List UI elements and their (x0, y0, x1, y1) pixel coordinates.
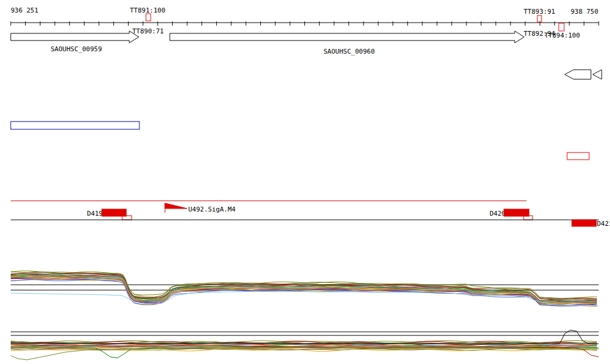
reverse-gene-arrow[interactable] (565, 70, 591, 79)
terminator-marker-tt893[interactable] (537, 15, 541, 22)
reverse-arrowhead-icon[interactable] (593, 70, 602, 79)
terminator-marker-tt894[interactable] (559, 23, 564, 31)
ruler-end-label: 938 750 (571, 8, 598, 15)
expression-panel-lower[interactable] (11, 330, 599, 360)
red-feature-box[interactable] (567, 153, 589, 160)
terminator-label-tt893: TT893:91 (524, 8, 555, 15)
d421-box[interactable] (572, 220, 596, 226)
gene-arrow-saouhsc-00960[interactable] (170, 31, 524, 43)
terminator-label-tt891: TT891:100 (130, 7, 166, 14)
expression-panel-upper[interactable] (11, 271, 599, 307)
gene-label-saouhsc-00959: SAOUHSC_00959 (51, 45, 102, 53)
ruler-start-label: 936 251 (11, 7, 38, 14)
d419-box[interactable] (102, 209, 126, 216)
transcript-track: U492.SigA.M4 D419 D420 D421 (11, 201, 610, 228)
genome-browser-canvas: 936 251 938 750 TT891:100 TT893:91 TT890… (0, 0, 610, 364)
reverse-feature-track (565, 70, 602, 79)
d419-label: D419 (87, 210, 103, 217)
gene-label-saouhsc-00960: SAOUHSC_00960 (323, 48, 375, 55)
terminator-marker-tt891[interactable] (146, 14, 151, 21)
d421-label: D421 (597, 220, 610, 228)
ruler: 936 251 938 750 (11, 7, 599, 26)
terminator-label-tt894: TT894:100 (544, 32, 580, 39)
gene-arrow-saouhsc-00959[interactable] (11, 31, 139, 43)
gene-track: SAOUHSC_00959 SAOUHSC_00960 (11, 31, 524, 55)
d420-box[interactable] (504, 209, 529, 216)
blue-feature-box[interactable] (11, 122, 139, 129)
promoter-flag-icon[interactable] (165, 203, 187, 209)
terminator-label-tt890: TT890:71 (132, 27, 164, 35)
promoter-label: U492.SigA.M4 (188, 206, 236, 213)
d420-label: D420 (490, 210, 506, 217)
